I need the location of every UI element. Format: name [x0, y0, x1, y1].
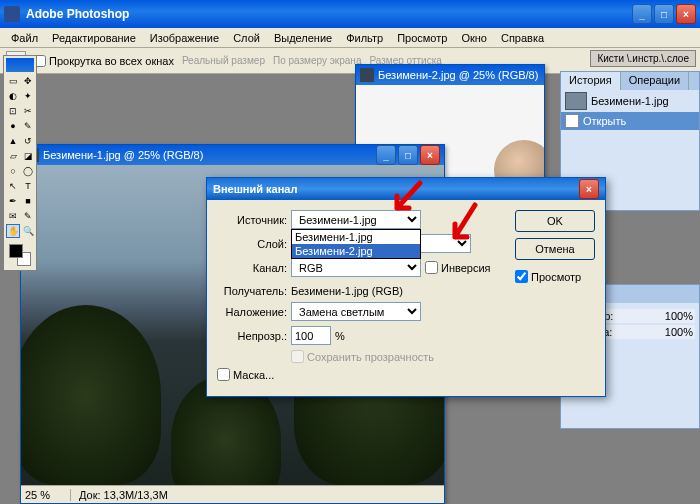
menu-edit[interactable]: Редактирование	[45, 30, 143, 46]
ok-button[interactable]: OK	[515, 210, 595, 232]
target-value: Безимени-1.jpg (RGB)	[291, 285, 403, 297]
slice-tool-icon[interactable]: ✂	[21, 104, 35, 118]
dialog-titlebar[interactable]: Внешний канал ×	[207, 178, 605, 200]
menu-help[interactable]: Справка	[494, 30, 551, 46]
dodge-tool-icon[interactable]: ◯	[21, 164, 35, 178]
tab-actions[interactable]: Операции	[621, 72, 689, 90]
preview-check[interactable]: Просмотр	[515, 270, 595, 283]
blend-select[interactable]: Замена светлым	[291, 302, 421, 321]
menu-bar: Файл Редактирование Изображение Слой Выд…	[0, 28, 700, 48]
opacity-label: Непрозр.:	[217, 330, 287, 342]
open-step-icon	[565, 114, 579, 128]
doc1-titlebar[interactable]: Безимени-1.jpg @ 25% (RGB/8) _ □ ×	[21, 145, 444, 165]
source-option-1[interactable]: Безимени-2.jpg	[292, 244, 420, 258]
invert-check[interactable]: Инверсия	[425, 261, 491, 274]
opacity-unit: %	[335, 330, 345, 342]
menu-view[interactable]: Просмотр	[390, 30, 454, 46]
doc2-titlebar[interactable]: Безимени-2.jpg @ 25% (RGB/8)	[356, 65, 544, 85]
foreground-color[interactable]	[9, 244, 23, 258]
preview-checkbox[interactable]	[515, 270, 528, 283]
menu-select[interactable]: Выделение	[267, 30, 339, 46]
blur-tool-icon[interactable]: ○	[6, 164, 20, 178]
mask-checkbox[interactable]	[217, 368, 230, 381]
blend-label: Наложение:	[217, 306, 287, 318]
path-tool-icon[interactable]: ↖	[6, 179, 20, 193]
stamp-tool-icon[interactable]: ▲	[6, 134, 20, 148]
app-icon	[4, 6, 20, 22]
dialog-close-button[interactable]: ×	[579, 179, 599, 199]
layer-label: Слой:	[217, 238, 287, 250]
workspace: Безимени-2.jpg @ 25% (RGB/8) Безимени-1.…	[0, 74, 700, 504]
wand-tool-icon[interactable]: ✦	[21, 89, 35, 103]
brush-tool-icon[interactable]: ✎	[21, 119, 35, 133]
apply-image-dialog: Внешний канал × Источник: Безимени-1.jpg…	[206, 177, 606, 397]
window-controls: _ □ ×	[632, 4, 696, 24]
app-title: Adobe Photoshop	[26, 7, 632, 21]
doc1-close[interactable]: ×	[420, 145, 440, 165]
crop-tool-icon[interactable]: ⊡	[6, 104, 20, 118]
cancel-button[interactable]: Отмена	[515, 238, 595, 260]
opt-fit[interactable]: По размеру экрана	[273, 55, 361, 66]
dialog-title: Внешний канал	[213, 183, 579, 195]
marquee-tool-icon[interactable]: ▭	[6, 74, 20, 88]
doc1-maximize[interactable]: □	[398, 145, 418, 165]
source-select[interactable]: Безимени-1.jpg	[291, 210, 421, 229]
zoom-field[interactable]: 25 %	[21, 489, 71, 501]
history-step-open[interactable]: Открыть	[561, 112, 699, 130]
minimize-button[interactable]: _	[632, 4, 652, 24]
preserve-checkbox	[291, 350, 304, 363]
type-tool-icon[interactable]: T	[21, 179, 35, 193]
source-label: Источник:	[217, 214, 287, 226]
lasso-tool-icon[interactable]: ◐	[6, 89, 20, 103]
brushes-palette-tab[interactable]: Кисти \.инстр.\.слое	[590, 50, 696, 67]
source-dropdown-list: Безимени-1.jpg Безимени-2.jpg	[291, 229, 421, 259]
shape-tool-icon[interactable]: ■	[21, 194, 35, 208]
doc1-statusbar: 25 % Док: 13,3M/13,3M	[21, 485, 444, 503]
hand-tool-icon[interactable]: ✋	[6, 224, 20, 238]
menu-layer[interactable]: Слой	[226, 30, 267, 46]
doc-info: Док: 13,3M/13,3M	[71, 489, 176, 501]
channel-select[interactable]: RGB	[291, 258, 421, 277]
menu-window[interactable]: Окно	[454, 30, 494, 46]
gradient-tool-icon[interactable]: ◪	[21, 149, 35, 163]
opt-actual[interactable]: Реальный размер	[182, 55, 265, 66]
maximize-button[interactable]: □	[654, 4, 674, 24]
notes-tool-icon[interactable]: ✉	[6, 209, 20, 223]
menu-file[interactable]: Файл	[4, 30, 45, 46]
invert-checkbox[interactable]	[425, 261, 438, 274]
menu-filter[interactable]: Фильтр	[339, 30, 390, 46]
preserve-check: Сохранить прозрачность	[291, 350, 434, 363]
doc1-title: Безимени-1.jpg @ 25% (RGB/8)	[43, 149, 376, 161]
history-snapshot[interactable]: Безимени-1.jpg	[561, 90, 699, 112]
app-titlebar: Adobe Photoshop _ □ ×	[0, 0, 700, 28]
mask-check[interactable]: Маска...	[217, 368, 274, 381]
menu-image[interactable]: Изображение	[143, 30, 226, 46]
color-swatches[interactable]	[6, 242, 34, 268]
zoom-tool-icon[interactable]: 🔍	[21, 224, 35, 238]
toolbox: ▭ ✥ ◐ ✦ ⊡ ✂ ● ✎ ▲ ↺ ▱ ◪ ○ ◯ ↖ T ✒ ■ ✉ ✎ …	[3, 55, 37, 271]
history-brush-icon[interactable]: ↺	[21, 134, 35, 148]
close-button[interactable]: ×	[676, 4, 696, 24]
doc1-minimize[interactable]: _	[376, 145, 396, 165]
snapshot-thumb-icon	[565, 92, 587, 110]
heal-tool-icon[interactable]: ●	[6, 119, 20, 133]
eraser-tool-icon[interactable]: ▱	[6, 149, 20, 163]
scroll-all-check[interactable]: Прокрутка во всех окнах	[34, 55, 174, 67]
channel-label: Канал:	[217, 262, 287, 274]
source-option-0[interactable]: Безимени-1.jpg	[292, 230, 420, 244]
doc-icon	[360, 68, 374, 82]
move-tool-icon[interactable]: ✥	[21, 74, 35, 88]
eyedropper-tool-icon[interactable]: ✎	[21, 209, 35, 223]
opacity-input[interactable]	[291, 326, 331, 345]
target-label: Получатель:	[217, 285, 287, 297]
toolbox-titlebar[interactable]	[6, 58, 34, 72]
tab-history[interactable]: История	[561, 72, 621, 90]
pen-tool-icon[interactable]: ✒	[6, 194, 20, 208]
doc2-title: Безимени-2.jpg @ 25% (RGB/8)	[378, 69, 540, 81]
